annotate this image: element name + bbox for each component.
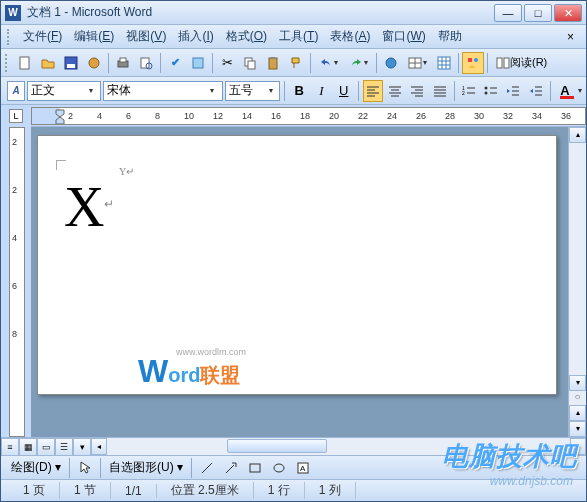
next-page-icon[interactable]: ▾ bbox=[569, 421, 586, 437]
normal-view-icon[interactable]: ≡ bbox=[1, 438, 19, 456]
standard-toolbar: ✔ ✂ ▾ ▾ ▾ 阅读(R) bbox=[1, 49, 586, 77]
size-dropdown-icon[interactable]: ▾ bbox=[265, 86, 276, 95]
style-dropdown-icon[interactable]: ▾ bbox=[86, 86, 98, 95]
arrow-icon[interactable] bbox=[220, 457, 242, 479]
research-icon[interactable] bbox=[187, 52, 209, 74]
format-painter-icon[interactable] bbox=[285, 52, 307, 74]
font-size-combo[interactable]: ▾ bbox=[225, 81, 281, 101]
scroll-down-icon[interactable]: ▾ bbox=[569, 375, 586, 391]
style-input[interactable] bbox=[31, 84, 85, 98]
scroll-left-icon[interactable]: ◂ bbox=[91, 438, 107, 455]
menu-file[interactable]: 文件(F) bbox=[17, 25, 68, 48]
save-icon[interactable] bbox=[60, 52, 82, 74]
font-color-dropdown-icon[interactable]: ▾ bbox=[578, 86, 582, 95]
ruler-tick: 8 bbox=[155, 111, 160, 121]
scroll-right-icon[interactable]: ▸ bbox=[570, 438, 586, 455]
font-size-input[interactable] bbox=[229, 84, 266, 98]
menu-view[interactable]: 视图(V) bbox=[120, 25, 172, 48]
hscroll-thumb[interactable] bbox=[227, 439, 327, 453]
svg-rect-2 bbox=[67, 64, 75, 68]
open-icon[interactable] bbox=[37, 52, 59, 74]
reading-layout-button[interactable]: 阅读(R) bbox=[491, 52, 552, 74]
status-pages: 1/1 bbox=[111, 484, 157, 498]
insert-table-icon[interactable] bbox=[433, 52, 455, 74]
align-justify-button[interactable] bbox=[430, 80, 450, 102]
maximize-button[interactable]: □ bbox=[524, 4, 552, 22]
toolbar-grip[interactable] bbox=[5, 54, 11, 72]
cut-icon[interactable]: ✂ bbox=[216, 52, 238, 74]
outline-view-icon[interactable]: ☰ bbox=[55, 438, 73, 456]
vertical-ruler[interactable]: 22468 bbox=[1, 127, 31, 437]
menu-help[interactable]: 帮助 bbox=[432, 25, 468, 48]
margin-corner-icon bbox=[56, 160, 66, 170]
scroll-up-icon[interactable]: ▴ bbox=[569, 127, 586, 143]
menu-window[interactable]: 窗口(W) bbox=[376, 25, 431, 48]
vertical-scrollbar[interactable]: ▴ ▾ ○ ▴ ▾ bbox=[568, 127, 586, 437]
paste-icon[interactable] bbox=[262, 52, 284, 74]
bullets-button[interactable] bbox=[481, 80, 501, 102]
minimize-button[interactable]: — bbox=[494, 4, 522, 22]
tab-selector[interactable]: L bbox=[1, 105, 31, 127]
italic-button[interactable]: I bbox=[311, 80, 331, 102]
bold-button[interactable]: B bbox=[289, 80, 309, 102]
document-text[interactable]: Y↵ X↵ bbox=[64, 166, 530, 235]
svg-rect-10 bbox=[248, 61, 255, 69]
menu-table[interactable]: 表格(A) bbox=[324, 25, 376, 48]
svg-text:2: 2 bbox=[462, 90, 465, 96]
autoshapes-menu[interactable]: 自选图形(U) ▾ bbox=[105, 457, 187, 478]
horizontal-ruler[interactable]: 24681012141618202224262830323436 bbox=[31, 107, 586, 125]
align-right-button[interactable] bbox=[407, 80, 427, 102]
style-combo[interactable]: ▾ bbox=[27, 81, 101, 101]
vscroll-track[interactable] bbox=[569, 143, 586, 375]
copy-icon[interactable] bbox=[239, 52, 261, 74]
font-color-button[interactable]: A bbox=[555, 80, 575, 102]
line-icon[interactable] bbox=[196, 457, 218, 479]
spellcheck-icon[interactable]: ✔ bbox=[164, 52, 186, 74]
ruler-tick: 12 bbox=[213, 111, 223, 121]
font-input[interactable] bbox=[107, 84, 206, 98]
textbox-icon[interactable]: A bbox=[292, 457, 314, 479]
ruler-tick: 24 bbox=[387, 111, 397, 121]
redo-icon[interactable]: ▾ bbox=[344, 52, 373, 74]
numbering-button[interactable]: 12 bbox=[459, 80, 479, 102]
print-icon[interactable] bbox=[112, 52, 134, 74]
browse-object-icon[interactable]: ○ bbox=[569, 391, 586, 405]
reading-view-icon[interactable]: ▾ bbox=[73, 438, 91, 456]
web-view-icon[interactable]: ▦ bbox=[19, 438, 37, 456]
document-viewport[interactable]: Y↵ X↵ www.wordlm.com Word联盟 bbox=[31, 127, 568, 437]
menu-insert[interactable]: 插入(I) bbox=[172, 25, 219, 48]
align-center-button[interactable] bbox=[385, 80, 405, 102]
ruler-tick: 26 bbox=[416, 111, 426, 121]
menubar-close-icon[interactable]: × bbox=[561, 28, 580, 46]
undo-icon[interactable]: ▾ bbox=[314, 52, 343, 74]
menu-edit[interactable]: 编辑(E) bbox=[68, 25, 120, 48]
select-objects-icon[interactable] bbox=[74, 457, 96, 479]
hyperlink-icon[interactable] bbox=[380, 52, 402, 74]
underline-button[interactable]: U bbox=[334, 80, 354, 102]
menu-format[interactable]: 格式(O) bbox=[220, 25, 273, 48]
decrease-indent-button[interactable] bbox=[503, 80, 523, 102]
font-dropdown-icon[interactable]: ▾ bbox=[206, 86, 218, 95]
prev-page-icon[interactable]: ▴ bbox=[569, 405, 586, 421]
rectangle-icon[interactable] bbox=[244, 457, 266, 479]
permissions-icon[interactable] bbox=[83, 52, 105, 74]
horizontal-scrollbar[interactable]: ◂ ▸ bbox=[91, 438, 586, 455]
increase-indent-button[interactable] bbox=[526, 80, 546, 102]
menu-tools[interactable]: 工具(T) bbox=[273, 25, 324, 48]
tables-borders-icon[interactable]: ▾ bbox=[403, 52, 432, 74]
font-combo[interactable]: ▾ bbox=[103, 81, 222, 101]
print-view-icon[interactable]: ▭ bbox=[37, 438, 55, 456]
print-preview-icon[interactable] bbox=[135, 52, 157, 74]
draw-menu[interactable]: 绘图(D) ▾ bbox=[7, 457, 65, 478]
hscroll-track[interactable] bbox=[107, 438, 570, 455]
styles-pane-icon[interactable]: A bbox=[7, 81, 25, 101]
oval-icon[interactable] bbox=[268, 457, 290, 479]
align-left-button[interactable] bbox=[363, 80, 383, 102]
document-page[interactable]: Y↵ X↵ www.wordlm.com Word联盟 bbox=[37, 135, 557, 395]
new-doc-icon[interactable] bbox=[14, 52, 36, 74]
word-app-icon: W bbox=[5, 5, 21, 21]
close-button[interactable]: ✕ bbox=[554, 4, 582, 22]
menubar-grip[interactable] bbox=[7, 29, 13, 45]
svg-point-48 bbox=[485, 91, 488, 94]
drawing-toolbar-icon[interactable] bbox=[462, 52, 484, 74]
